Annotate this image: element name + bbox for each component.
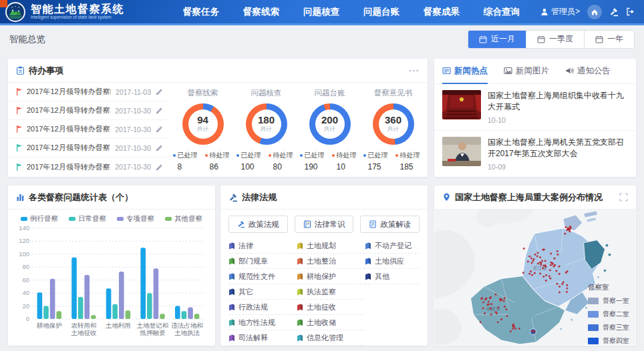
donut-legend: 已处理待处理 [298, 151, 361, 160]
tab-label: 通知公告 [577, 65, 611, 77]
edit-button[interactable] [156, 125, 163, 133]
map-legend-item-3[interactable]: 督察四室 [588, 336, 629, 345]
donut-title: 问题核查 [234, 88, 298, 98]
law-link[interactable]: 其他 [365, 269, 420, 284]
law-link[interactable]: 土地整治 [297, 254, 365, 269]
law-link[interactable]: 土地供应 [365, 254, 420, 269]
laws-button-2[interactable]: 政策解读 [360, 216, 420, 233]
policy-gavel-icon [237, 220, 245, 228]
law-link[interactable]: 土地征收 [297, 300, 365, 315]
chart-legend-item-1[interactable]: 日常督察 [69, 214, 106, 224]
law-link-label: 土地供应 [375, 256, 404, 266]
bar-专项督察-0 [50, 279, 55, 319]
chart-legend-item-2[interactable]: 专项督察 [117, 214, 154, 224]
tab-news-pics[interactable]: 新闻图片 [504, 59, 549, 84]
donut-center: 360共计 [379, 109, 408, 139]
news-item[interactable]: 国家土地督察上海局组织集中收看十九大开幕式10-10 [434, 84, 636, 130]
law-link[interactable]: 规范性文件 [228, 269, 297, 284]
home-button[interactable] [587, 5, 602, 19]
edit-button[interactable] [156, 107, 163, 114]
gavel-button[interactable] [609, 7, 619, 17]
donut-legend-item: 待处理 [205, 151, 233, 160]
map-legend-item-1[interactable]: 督察二室 [588, 310, 629, 319]
law-link[interactable]: 行政法规 [228, 300, 297, 315]
todo-item[interactable]: 2017年12月领导转办督察线索2017-10-30 [8, 120, 168, 139]
book-icon-wrap [297, 273, 303, 280]
legend-dot [269, 154, 271, 157]
map-card-title: 国家土地督察上海局重大案例分布情况 [455, 192, 603, 204]
time-filter-1[interactable]: 一季度 [526, 31, 584, 48]
donut-values: 10080 [234, 162, 298, 171]
processed-value: 8 [173, 162, 201, 171]
legend-swatch [165, 217, 172, 221]
todo-item[interactable]: 2017年12月领导转办督察线索2017-10-30 [8, 139, 168, 157]
app-title: 智能土地督察系统 [31, 3, 124, 15]
todo-item[interactable]: 2017年12月领导转办督察线索2017-10-30 [8, 101, 168, 120]
donut-center: 180共计 [252, 109, 281, 139]
nav-item-0[interactable]: 督察任务 [183, 6, 219, 18]
todo-and-stats-card: 待办事项 ··· 2017年12月领导转办督察线索2017-11-032017年… [8, 59, 428, 177]
law-link[interactable]: 其它 [228, 284, 297, 300]
flag-wrap [16, 125, 23, 133]
chart-legend-item-0[interactable]: 例行督察 [21, 214, 58, 224]
nav-item-3[interactable]: 问题台账 [363, 6, 399, 18]
donut-center: 94共计 [188, 109, 218, 139]
map-legend-item-0[interactable]: 督察一室 [588, 296, 629, 306]
law-link[interactable]: 司法解释 [228, 330, 297, 346]
nav-item-4[interactable]: 督察成果 [424, 6, 460, 18]
law-link-label: 不动产登记 [375, 241, 412, 251]
svg-text:100: 100 [19, 250, 29, 258]
edit-button[interactable] [156, 144, 163, 151]
logout-button[interactable] [626, 7, 635, 16]
law-link[interactable]: 执法监察 [297, 284, 365, 300]
legend-label: 日常督察 [78, 214, 106, 224]
book-icon-wrap [297, 334, 303, 342]
laws-button-0[interactable]: 政策法规 [228, 216, 288, 233]
law-link[interactable]: 信息化管理 [297, 330, 365, 346]
todo-item[interactable]: 2017年12月领导转办督察线索2017-10-30 [8, 157, 168, 176]
tab-notices[interactable]: 通知公告 [565, 59, 611, 84]
laws-button-1[interactable]: 法律常识 [295, 216, 354, 233]
bar-日常督察-1 [78, 297, 84, 319]
law-link[interactable]: 不动产登记 [365, 238, 420, 254]
map-legend-item-2[interactable]: 督察三室 [588, 323, 629, 332]
user-menu[interactable]: 管理员> [540, 6, 580, 17]
nav-item-2[interactable]: 问题核查 [303, 6, 339, 18]
news-item-title: 国家土地督察上海局机关第五党支部召开2017年第五次支部大会 [488, 137, 628, 160]
bar-例行督察-3 [140, 248, 146, 319]
todo-item-date: 2017-10-30 [115, 125, 151, 133]
edit-button[interactable] [156, 163, 163, 171]
todo-list: 2017年12月领导转办督察线索2017-11-032017年12月领导转办督察… [8, 83, 168, 177]
law-link[interactable]: 部门规章 [228, 254, 297, 269]
time-filter-label: 一年 [607, 33, 623, 45]
flag-icon [16, 163, 23, 171]
time-filter-2[interactable]: 一年 [584, 31, 634, 48]
law-link[interactable]: 土地规划 [297, 238, 365, 254]
newspaper-icon [442, 67, 451, 75]
legend-label: 待处理 [337, 151, 357, 160]
tab-news-hot[interactable]: 新闻热点 [442, 59, 488, 84]
news-item[interactable]: 国家土地督察上海局机关第五党支部召开2017年第五次支部大会10-09 [434, 130, 636, 177]
panel-menu-button[interactable]: ··· [409, 65, 420, 75]
law-link[interactable]: 地方性法规 [228, 315, 297, 330]
law-link[interactable]: 法律 [228, 238, 297, 254]
user-area: 管理员> [540, 5, 635, 19]
law-link[interactable]: 耕地保护 [297, 269, 365, 284]
donut-total-label: 共计 [261, 125, 272, 133]
todo-item[interactable]: 2017年12月领导转办督察线索2017-11-03 [8, 83, 168, 101]
nav-item-5[interactable]: 综合查询 [484, 6, 520, 18]
book-icon-wrap [297, 304, 303, 311]
nav-item-1[interactable]: 督察线索 [243, 6, 279, 18]
law-link[interactable]: 土地收储 [297, 315, 365, 330]
legend-dot [173, 154, 176, 157]
legend-label: 已处理 [368, 151, 388, 160]
todo-card-title: 待办事项 [29, 65, 63, 77]
bar-其他督察-3 [160, 314, 165, 319]
book-icon [365, 273, 371, 280]
legend-label: 督察四室 [603, 336, 629, 345]
law-link-label: 信息化管理 [307, 333, 343, 343]
edit-button[interactable] [156, 88, 163, 95]
chart-legend-item-3[interactable]: 其他督察 [165, 214, 202, 224]
map-expand-button[interactable] [619, 193, 628, 202]
time-filter-0[interactable]: 近一月 [468, 31, 526, 48]
